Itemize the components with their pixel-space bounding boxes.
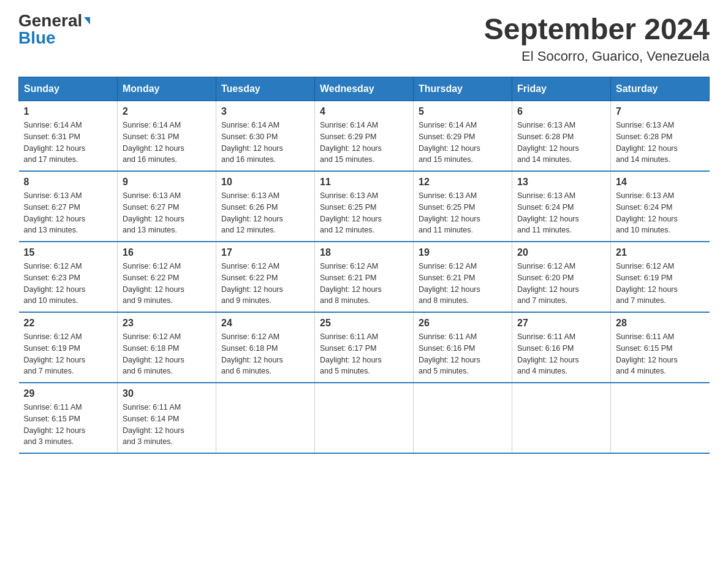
calendar-cell: 8 Sunrise: 6:13 AMSunset: 6:27 PMDayligh… — [19, 171, 118, 242]
day-number: 12 — [419, 177, 507, 188]
col-header-thursday: Thursday — [414, 77, 512, 101]
day-info: Sunrise: 6:11 AMSunset: 6:14 PMDaylight:… — [123, 403, 184, 446]
day-info: Sunrise: 6:11 AMSunset: 6:15 PMDaylight:… — [24, 403, 86, 446]
calendar-week-row: 1 Sunrise: 6:14 AMSunset: 6:31 PMDayligh… — [19, 101, 710, 172]
logo-general-text: General — [18, 12, 82, 29]
calendar-week-row: 29 Sunrise: 6:11 AMSunset: 6:15 PMDaylig… — [19, 383, 710, 453]
calendar-cell: 30 Sunrise: 6:11 AMSunset: 6:14 PMDaylig… — [118, 383, 216, 453]
calendar-cell: 27 Sunrise: 6:11 AMSunset: 6:16 PMDaylig… — [512, 312, 611, 383]
day-info: Sunrise: 6:14 AMSunset: 6:30 PMDaylight:… — [221, 121, 283, 164]
calendar-cell: 28 Sunrise: 6:11 AMSunset: 6:15 PMDaylig… — [611, 312, 710, 383]
calendar-week-row: 22 Sunrise: 6:12 AMSunset: 6:19 PMDaylig… — [19, 312, 710, 383]
day-info: Sunrise: 6:12 AMSunset: 6:19 PMDaylight:… — [24, 332, 86, 375]
day-number: 3 — [221, 106, 309, 117]
day-number: 17 — [221, 247, 309, 258]
day-info: Sunrise: 6:12 AMSunset: 6:23 PMDaylight:… — [24, 262, 86, 305]
calendar-cell — [611, 383, 710, 453]
day-info: Sunrise: 6:14 AMSunset: 6:31 PMDaylight:… — [24, 121, 86, 164]
calendar-cell: 24 Sunrise: 6:12 AMSunset: 6:18 PMDaylig… — [216, 312, 315, 383]
day-info: Sunrise: 6:13 AMSunset: 6:24 PMDaylight:… — [517, 191, 579, 234]
col-header-friday: Friday — [512, 77, 611, 101]
calendar-cell: 11 Sunrise: 6:13 AMSunset: 6:25 PMDaylig… — [315, 171, 414, 242]
calendar-cell: 3 Sunrise: 6:14 AMSunset: 6:30 PMDayligh… — [216, 101, 315, 172]
calendar-subtitle: El Socorro, Guarico, Venezuela — [484, 48, 710, 64]
day-number: 8 — [24, 177, 113, 188]
day-number: 28 — [616, 318, 705, 329]
day-info: Sunrise: 6:12 AMSunset: 6:21 PMDaylight:… — [320, 262, 382, 305]
calendar-cell: 1 Sunrise: 6:14 AMSunset: 6:31 PMDayligh… — [19, 101, 118, 172]
day-info: Sunrise: 6:12 AMSunset: 6:19 PMDaylight:… — [616, 262, 678, 305]
day-number: 1 — [24, 106, 113, 117]
day-number: 19 — [419, 247, 507, 258]
day-number: 4 — [320, 106, 408, 117]
calendar-title: September 2024 — [484, 12, 710, 46]
col-header-monday: Monday — [118, 77, 216, 101]
col-header-tuesday: Tuesday — [216, 77, 315, 101]
calendar-cell — [315, 383, 414, 453]
page-header: General Blue September 2024 El Socorro, … — [18, 12, 710, 64]
day-number: 25 — [320, 318, 408, 329]
day-number: 13 — [517, 177, 605, 188]
calendar-cell — [216, 383, 315, 453]
day-number: 16 — [123, 247, 211, 258]
day-number: 11 — [320, 177, 408, 188]
day-number: 15 — [24, 247, 113, 258]
logo-arrow-icon — [84, 17, 90, 25]
calendar-cell: 25 Sunrise: 6:11 AMSunset: 6:17 PMDaylig… — [315, 312, 414, 383]
col-header-sunday: Sunday — [19, 77, 118, 101]
day-number: 21 — [616, 247, 705, 258]
calendar-cell: 23 Sunrise: 6:12 AMSunset: 6:18 PMDaylig… — [118, 312, 216, 383]
calendar-cell — [512, 383, 611, 453]
calendar-week-row: 15 Sunrise: 6:12 AMSunset: 6:23 PMDaylig… — [19, 242, 710, 312]
calendar-cell: 15 Sunrise: 6:12 AMSunset: 6:23 PMDaylig… — [19, 242, 118, 312]
day-number: 6 — [517, 106, 605, 117]
day-number: 24 — [221, 318, 309, 329]
day-info: Sunrise: 6:13 AMSunset: 6:26 PMDaylight:… — [221, 191, 283, 234]
day-number: 18 — [320, 247, 408, 258]
day-number: 20 — [517, 247, 605, 258]
calendar-cell: 7 Sunrise: 6:13 AMSunset: 6:28 PMDayligh… — [611, 101, 710, 172]
day-info: Sunrise: 6:12 AMSunset: 6:20 PMDaylight:… — [517, 262, 579, 305]
col-header-wednesday: Wednesday — [315, 77, 414, 101]
day-info: Sunrise: 6:14 AMSunset: 6:31 PMDaylight:… — [123, 121, 184, 164]
day-number: 9 — [123, 177, 211, 188]
day-number: 30 — [123, 388, 211, 399]
day-info: Sunrise: 6:13 AMSunset: 6:25 PMDaylight:… — [320, 191, 382, 234]
calendar-cell: 19 Sunrise: 6:12 AMSunset: 6:21 PMDaylig… — [414, 242, 512, 312]
day-info: Sunrise: 6:11 AMSunset: 6:17 PMDaylight:… — [320, 332, 382, 375]
calendar-cell: 5 Sunrise: 6:14 AMSunset: 6:29 PMDayligh… — [414, 101, 512, 172]
day-info: Sunrise: 6:14 AMSunset: 6:29 PMDaylight:… — [320, 121, 382, 164]
calendar-cell: 12 Sunrise: 6:13 AMSunset: 6:25 PMDaylig… — [414, 171, 512, 242]
day-info: Sunrise: 6:13 AMSunset: 6:24 PMDaylight:… — [616, 191, 678, 234]
calendar-cell: 16 Sunrise: 6:12 AMSunset: 6:22 PMDaylig… — [118, 242, 216, 312]
logo-blue-text: Blue — [18, 29, 56, 47]
calendar-cell: 10 Sunrise: 6:13 AMSunset: 6:26 PMDaylig… — [216, 171, 315, 242]
day-info: Sunrise: 6:12 AMSunset: 6:18 PMDaylight:… — [123, 332, 184, 375]
day-info: Sunrise: 6:14 AMSunset: 6:29 PMDaylight:… — [419, 121, 480, 164]
day-number: 5 — [419, 106, 507, 117]
day-info: Sunrise: 6:13 AMSunset: 6:27 PMDaylight:… — [24, 191, 86, 234]
day-number: 26 — [419, 318, 507, 329]
calendar-cell: 6 Sunrise: 6:13 AMSunset: 6:28 PMDayligh… — [512, 101, 611, 172]
calendar-cell: 17 Sunrise: 6:12 AMSunset: 6:22 PMDaylig… — [216, 242, 315, 312]
day-info: Sunrise: 6:13 AMSunset: 6:28 PMDaylight:… — [517, 121, 579, 164]
calendar-cell: 26 Sunrise: 6:11 AMSunset: 6:16 PMDaylig… — [414, 312, 512, 383]
day-number: 23 — [123, 318, 211, 329]
calendar-cell: 21 Sunrise: 6:12 AMSunset: 6:19 PMDaylig… — [611, 242, 710, 312]
logo: General Blue — [18, 12, 90, 47]
day-info: Sunrise: 6:12 AMSunset: 6:22 PMDaylight:… — [221, 262, 283, 305]
calendar-table: SundayMondayTuesdayWednesdayThursdayFrid… — [18, 77, 710, 454]
calendar-cell: 9 Sunrise: 6:13 AMSunset: 6:27 PMDayligh… — [118, 171, 216, 242]
calendar-cell: 2 Sunrise: 6:14 AMSunset: 6:31 PMDayligh… — [118, 101, 216, 172]
day-info: Sunrise: 6:13 AMSunset: 6:27 PMDaylight:… — [123, 191, 184, 234]
day-info: Sunrise: 6:13 AMSunset: 6:28 PMDaylight:… — [616, 121, 678, 164]
calendar-cell: 22 Sunrise: 6:12 AMSunset: 6:19 PMDaylig… — [19, 312, 118, 383]
day-number: 22 — [24, 318, 113, 329]
calendar-cell: 18 Sunrise: 6:12 AMSunset: 6:21 PMDaylig… — [315, 242, 414, 312]
day-info: Sunrise: 6:11 AMSunset: 6:15 PMDaylight:… — [616, 332, 678, 375]
day-info: Sunrise: 6:11 AMSunset: 6:16 PMDaylight:… — [419, 332, 480, 375]
day-number: 14 — [616, 177, 705, 188]
calendar-cell — [414, 383, 512, 453]
day-number: 10 — [221, 177, 309, 188]
calendar-header-row: SundayMondayTuesdayWednesdayThursdayFrid… — [19, 77, 710, 101]
